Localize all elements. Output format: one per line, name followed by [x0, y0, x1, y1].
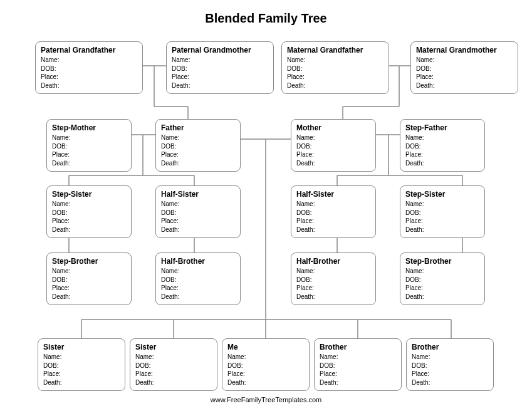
field-dob: DOB:: [172, 65, 268, 73]
field-death: Death:: [52, 159, 126, 168]
field-place: Place:: [135, 370, 212, 378]
field-name: Name:: [41, 56, 137, 65]
field-place: Place:: [52, 284, 126, 293]
field-dob: DOB:: [296, 209, 370, 217]
heading: Step-Sister: [405, 190, 479, 199]
box-mother: Mother Name: DOB: Place: Death:: [291, 119, 376, 172]
heading: Paternal Grandmother: [172, 46, 268, 55]
field-place: Place:: [412, 370, 488, 378]
field-death: Death:: [296, 159, 370, 168]
field-name: Name:: [161, 133, 235, 142]
field-place: Place:: [416, 73, 513, 81]
field-death: Death:: [172, 81, 268, 90]
field-place: Place:: [161, 217, 235, 226]
field-dob: DOB:: [43, 362, 120, 370]
field-death: Death:: [287, 81, 383, 90]
box-maternal-grandmother: Maternal Grandmother Name: DOB: Place: D…: [410, 41, 518, 94]
field-name: Name:: [161, 200, 235, 209]
heading: Paternal Grandfather: [41, 46, 137, 55]
field-death: Death:: [161, 159, 235, 168]
field-name: Name:: [405, 200, 479, 209]
field-name: Name:: [405, 133, 479, 142]
box-step-mother: Step-Mother Name: DOB: Place: Death:: [46, 119, 132, 172]
field-death: Death:: [161, 293, 235, 301]
heading: Half-Sister: [296, 190, 370, 199]
field-dob: DOB:: [320, 362, 396, 370]
field-death: Death:: [227, 378, 304, 387]
field-name: Name:: [296, 133, 370, 142]
field-name: Name:: [52, 133, 126, 142]
field-place: Place:: [296, 217, 370, 226]
heading: Brother: [320, 343, 396, 351]
field-name: Name:: [172, 56, 268, 65]
field-dob: DOB:: [52, 142, 126, 151]
field-name: Name:: [161, 267, 235, 276]
box-paternal-grandfather: Paternal Grandfather Name: DOB: Place: D…: [35, 41, 143, 94]
field-death: Death:: [52, 226, 126, 234]
field-dob: DOB:: [287, 65, 383, 73]
heading: Step-Brother: [52, 257, 126, 266]
field-place: Place:: [287, 73, 383, 81]
field-dob: DOB:: [405, 209, 479, 217]
field-name: Name:: [412, 353, 488, 362]
field-place: Place:: [296, 150, 370, 159]
box-sister-2: Sister Name: DOB: Place: Death:: [130, 338, 217, 391]
field-place: Place:: [405, 284, 479, 293]
field-place: Place:: [161, 150, 235, 159]
box-brother-1: Brother Name: DOB: Place: Death:: [314, 338, 402, 391]
heading: Half-Brother: [161, 257, 235, 266]
box-half-sister-left: Half-Sister Name: DOB: Place: Death:: [155, 185, 241, 238]
field-dob: DOB:: [412, 362, 488, 370]
field-place: Place:: [405, 150, 479, 159]
field-place: Place:: [227, 370, 304, 378]
box-half-brother-left: Half-Brother Name: DOB: Place: Death:: [155, 252, 241, 305]
family-tree-diagram: Blended Family Tree: [0, 0, 532, 411]
heading: Step-Sister: [52, 190, 126, 199]
field-death: Death:: [296, 226, 370, 234]
heading: Half-Sister: [161, 190, 235, 199]
field-place: Place:: [161, 284, 235, 293]
field-place: Place:: [172, 73, 268, 81]
field-death: Death:: [412, 378, 488, 387]
box-step-brother-left: Step-Brother Name: DOB: Place: Death:: [46, 252, 132, 305]
heading: Step-Father: [405, 123, 479, 132]
field-name: Name:: [52, 200, 126, 209]
field-name: Name:: [135, 353, 212, 362]
heading: Brother: [412, 343, 488, 351]
field-place: Place:: [52, 217, 126, 226]
field-name: Name:: [405, 267, 479, 276]
box-step-sister-left: Step-Sister Name: DOB: Place: Death:: [46, 185, 132, 238]
field-dob: DOB:: [405, 142, 479, 151]
box-step-father: Step-Father Name: DOB: Place: Death:: [400, 119, 485, 172]
box-half-brother-right: Half-Brother Name: DOB: Place: Death:: [291, 252, 376, 305]
field-name: Name:: [296, 200, 370, 209]
field-name: Name:: [43, 353, 120, 362]
heading: Sister: [43, 343, 120, 351]
field-death: Death:: [135, 378, 212, 387]
heading: Half-Brother: [296, 257, 370, 266]
field-death: Death:: [43, 378, 120, 387]
field-death: Death:: [416, 81, 513, 90]
heading: Me: [227, 343, 304, 351]
box-me: Me Name: DOB: Place: Death:: [222, 338, 310, 391]
field-name: Name:: [296, 267, 370, 276]
field-name: Name:: [416, 56, 513, 65]
box-half-sister-right: Half-Sister Name: DOB: Place: Death:: [291, 185, 376, 238]
field-dob: DOB:: [296, 276, 370, 284]
field-name: Name:: [320, 353, 396, 362]
field-dob: DOB:: [41, 65, 137, 73]
field-death: Death:: [161, 226, 235, 234]
heading: Sister: [135, 343, 212, 351]
field-place: Place:: [320, 370, 396, 378]
field-dob: DOB:: [52, 209, 126, 217]
field-place: Place:: [52, 150, 126, 159]
field-dob: DOB:: [161, 142, 235, 151]
field-dob: DOB:: [161, 276, 235, 284]
field-place: Place:: [41, 73, 137, 81]
heading: Maternal Grandmother: [416, 46, 513, 55]
heading: Step-Brother: [405, 257, 479, 266]
box-father: Father Name: DOB: Place: Death:: [155, 119, 241, 172]
heading: Mother: [296, 123, 370, 132]
field-death: Death:: [320, 378, 396, 387]
field-name: Name:: [227, 353, 304, 362]
